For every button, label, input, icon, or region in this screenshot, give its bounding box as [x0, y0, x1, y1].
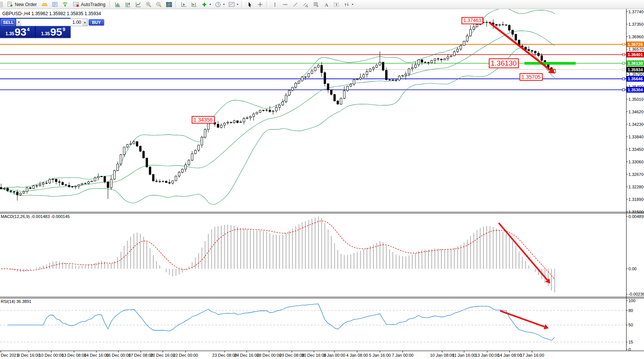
templates-button[interactable]: ▾: [227, 1, 240, 8]
tile-windows-button[interactable]: [164, 1, 174, 8]
auto-scroll-button[interactable]: [179, 1, 189, 8]
line-chart-button[interactable]: [133, 1, 143, 8]
new-order-button[interactable]: New Order: [4, 1, 39, 8]
zoom-in-button[interactable]: [143, 1, 154, 8]
cursor-button[interactable]: [245, 1, 255, 8]
candle-body: [165, 181, 167, 183]
candle-body: [450, 56, 452, 57]
vertical-line-button[interactable]: [270, 1, 280, 8]
chart-canvas[interactable]: 1.377401.373501.369601.365701.361801.357…: [0, 0, 644, 359]
svg-text:8 Dec 16:00: 8 Dec 16:00: [17, 353, 40, 357]
candle-body: [343, 91, 345, 98]
buy-button[interactable]: BUY: [88, 19, 104, 26]
svg-text:20 Dec 16:00: 20 Dec 16:00: [150, 353, 175, 357]
text-button[interactable]: A: [321, 1, 331, 8]
candle-body: [94, 178, 96, 181]
horizontal-line-button[interactable]: [280, 1, 290, 8]
svg-text:13 Jan 00:00: 13 Jan 00:00: [475, 353, 499, 357]
candle-body: [120, 155, 122, 164]
chart-title: GBPUSD-,H4 1.35962 1.35982 1.35835 1.359…: [2, 11, 101, 16]
indicators-button[interactable]: ▾: [199, 1, 213, 8]
candle-body: [304, 77, 306, 77]
candle-body: [217, 124, 219, 127]
text-icon: A: [323, 2, 329, 8]
svg-text:29 Dec 08:00: 29 Dec 08:00: [279, 353, 304, 357]
volume-increase-button[interactable]: ▲: [82, 19, 87, 26]
svg-text:1.36720: 1.36720: [628, 42, 643, 47]
candle-body: [178, 172, 180, 176]
candle-body: [447, 57, 449, 59]
volume-input[interactable]: [21, 19, 82, 26]
svg-text:1.37350: 1.37350: [628, 22, 644, 27]
sell-price-small: 1.35: [5, 31, 14, 36]
svg-text:5 Jan 16:00: 5 Jan 16:00: [369, 353, 391, 357]
crosshair-button[interactable]: [255, 1, 265, 8]
price-annotation-label[interactable]: 1.34356: [192, 116, 215, 124]
candle-body: [139, 146, 141, 151]
bar-chart-icon: [115, 2, 121, 8]
trade-panel-prices: 1.35934 1.35959: [0, 26, 71, 38]
candle-body: [126, 144, 128, 147]
sell-price[interactable]: 1.35934: [0, 26, 35, 38]
candle-body: [240, 122, 242, 122]
candle-body: [262, 110, 264, 111]
sell-button[interactable]: SELL: [1, 19, 15, 26]
zoom-out-button[interactable]: [154, 1, 164, 8]
trendline-button[interactable]: [290, 1, 301, 8]
candle-body: [107, 182, 109, 188]
arrows-button[interactable]: ▾: [342, 1, 355, 8]
metatrader-window: 1.377401.373501.369601.365701.361801.357…: [0, 0, 644, 359]
svg-text:1.35304: 1.35304: [628, 88, 643, 92]
buy-price-sup: 9: [63, 27, 65, 32]
fibonacci-button[interactable]: F: [311, 1, 321, 8]
candle-body: [327, 84, 329, 90]
candle-body: [534, 51, 536, 53]
buy-price[interactable]: 1.35959: [36, 26, 71, 38]
gold-button[interactable]: [39, 1, 50, 8]
bar-chart-button[interactable]: [113, 1, 123, 8]
periods-button[interactable]: ▾: [213, 1, 227, 8]
svg-text:10 Jan 08:00: 10 Jan 08:00: [430, 353, 454, 357]
candle-body: [0, 187, 2, 189]
candle-body: [68, 185, 70, 187]
price-annotation-label[interactable]: 1.37463: [461, 17, 483, 24]
chevron-down-icon: ▾: [209, 3, 211, 6]
candle-body: [386, 70, 387, 80]
candle-body: [185, 165, 187, 169]
candle-body: [256, 112, 258, 114]
candle-body: [298, 81, 300, 83]
svg-text:22 Dec 00:00: 22 Dec 00:00: [173, 353, 198, 357]
autotrading-button[interactable]: AutoTrading: [70, 1, 108, 8]
candle-body: [172, 181, 174, 183]
candle-body: [71, 187, 73, 187]
candlestick-chart-button[interactable]: [123, 1, 133, 8]
hline-handle[interactable]: [622, 89, 625, 91]
expert-advisors-button[interactable]: [50, 1, 60, 8]
chart-shift-button[interactable]: [189, 1, 199, 8]
hline-handle[interactable]: [622, 62, 625, 64]
vertical-line-icon: [272, 2, 278, 8]
candle-body: [473, 27, 475, 30]
svg-text:1.32280: 1.32280: [628, 185, 644, 189]
candle-body: [143, 151, 145, 158]
hline-handle[interactable]: [622, 69, 625, 71]
equidistant-channel-button[interactable]: E: [301, 1, 311, 8]
svg-text:13 Dec 08:00: 13 Dec 08:00: [61, 353, 86, 357]
highlight-level-bar[interactable]: [524, 62, 576, 65]
hline-handle[interactable]: [622, 53, 625, 56]
svg-text:30 Dec 16:00: 30 Dec 16:00: [301, 353, 326, 357]
candle-body: [130, 144, 132, 144]
price-annotation-label[interactable]: 1.35705: [520, 73, 543, 81]
text-label-button[interactable]: T: [331, 1, 342, 8]
volume-decrease-button[interactable]: ▼: [16, 19, 21, 26]
hline-handle[interactable]: [622, 43, 625, 45]
hline-handle[interactable]: [622, 78, 625, 80]
candle-body: [16, 192, 18, 195]
signals-button[interactable]: [60, 1, 70, 8]
price-annotation-label[interactable]: 1.36130: [489, 58, 519, 68]
gold-icon: [41, 2, 48, 8]
indicators-add-icon: [201, 2, 208, 8]
one-click-trading-panel: SELL ▼ ▲ BUY 1.35934 1.35959: [0, 18, 71, 38]
candle-body: [431, 61, 433, 63]
svg-text:T: T: [335, 3, 338, 6]
